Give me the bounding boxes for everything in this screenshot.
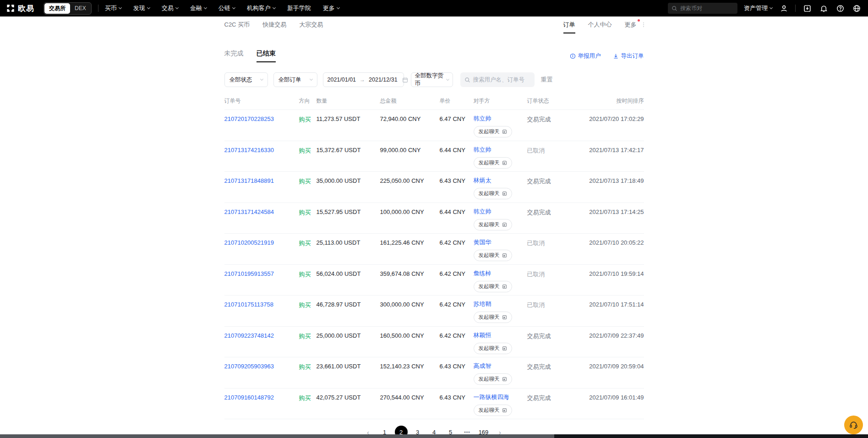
column-header-8[interactable]: 按时间排序 bbox=[586, 97, 644, 105]
order-id-link[interactable]: 210713174216330 bbox=[224, 147, 299, 153]
open-chat-icon bbox=[502, 408, 507, 413]
toggle-dex[interactable]: DEX bbox=[70, 4, 91, 13]
order-total-amount: 160,500.00 CNY bbox=[380, 332, 440, 339]
currency-filter-select[interactable]: 全部数字货币 bbox=[411, 72, 453, 87]
start-chat-button[interactable]: 发起聊天 bbox=[474, 126, 512, 137]
table-row: 210713174216330 购买 15,372.67 USDT 99,000… bbox=[224, 141, 644, 172]
scrollbar-thumb[interactable] bbox=[0, 434, 554, 438]
orders-table-body: 210720170228253 购买 11,273.57 USDT 72,940… bbox=[224, 110, 644, 419]
menu-item-2[interactable]: 发现 bbox=[133, 4, 150, 12]
counterparty-link[interactable]: 林颖恒 bbox=[474, 331, 491, 339]
menu-item-4[interactable]: 金融 bbox=[190, 4, 207, 12]
bell-icon bbox=[820, 5, 828, 12]
counterparty-link[interactable]: 黄国华 bbox=[474, 238, 491, 246]
order-type-filter-select[interactable]: 全部订单 bbox=[273, 72, 317, 87]
start-chat-button[interactable]: 发起聊天 bbox=[474, 373, 512, 385]
kebab-menu-icon[interactable] bbox=[643, 22, 644, 27]
brand-name: 欧易 bbox=[18, 3, 34, 14]
order-id-link[interactable]: 210710200521919 bbox=[224, 239, 299, 246]
start-chat-button[interactable]: 发起聊天 bbox=[474, 312, 512, 323]
subnav-item-2[interactable]: 快捷交易 bbox=[262, 21, 286, 29]
status-filter-select[interactable]: 全部状态 bbox=[224, 72, 268, 87]
start-chat-label: 发起聊天 bbox=[479, 407, 500, 414]
counterparty-link[interactable]: 林炳太 bbox=[474, 176, 491, 185]
counterparty-link[interactable]: 高成智 bbox=[474, 362, 491, 370]
toggle-exchange[interactable]: 交易所 bbox=[44, 3, 70, 14]
order-id-link[interactable]: 210710195913557 bbox=[224, 270, 299, 277]
order-time: 2021/07/09 20:59:04 bbox=[586, 363, 644, 370]
download-app-button[interactable] bbox=[802, 3, 812, 13]
counterparty-link[interactable]: 韩立帅 bbox=[474, 115, 491, 123]
order-status: 已取消 bbox=[527, 147, 586, 155]
table-row: 210720170228253 购买 11,273.57 USDT 72,940… bbox=[224, 110, 644, 141]
menu-item-1[interactable]: 买币 bbox=[105, 4, 121, 12]
pair-search-input[interactable]: 搜索币对 bbox=[668, 3, 737, 14]
menu-item-7[interactable]: 新手学院 bbox=[287, 4, 311, 12]
start-chat-button[interactable]: 发起聊天 bbox=[474, 281, 512, 292]
start-chat-button[interactable]: 发起聊天 bbox=[474, 219, 512, 230]
order-id-link[interactable]: 210709223748142 bbox=[224, 332, 299, 339]
user-profile-button[interactable] bbox=[779, 3, 789, 13]
order-status: 交易完成 bbox=[527, 177, 586, 186]
calendar-icon bbox=[402, 77, 408, 83]
help-button[interactable] bbox=[835, 3, 845, 13]
order-quantity: 56,024.00 USDT bbox=[317, 270, 380, 277]
counterparty-link[interactable]: 一路纵横四海 bbox=[474, 393, 509, 401]
language-button[interactable] bbox=[852, 3, 862, 13]
assets-menu[interactable]: 资产管理 bbox=[744, 4, 772, 12]
start-chat-button[interactable]: 发起聊天 bbox=[474, 250, 512, 261]
horizontal-scrollbar[interactable] bbox=[0, 434, 868, 438]
tab-more[interactable]: 更多 bbox=[625, 21, 637, 29]
status-filter-value: 全部状态 bbox=[229, 76, 252, 84]
tab-personal-center[interactable]: 个人中心 bbox=[588, 21, 612, 29]
order-unit-price: 6.42 CNY bbox=[440, 270, 474, 277]
reset-filters-button[interactable]: 重置 bbox=[541, 76, 553, 84]
start-chat-button[interactable]: 发起聊天 bbox=[474, 188, 512, 199]
notifications-button[interactable] bbox=[819, 3, 829, 13]
counterparty-link[interactable]: 韩立帅 bbox=[474, 208, 491, 216]
tab-orders[interactable]: 订单 bbox=[563, 21, 575, 29]
order-id-link[interactable]: 210709205903963 bbox=[224, 363, 299, 370]
menu-item-6[interactable]: 机构客户 bbox=[247, 4, 275, 12]
start-chat-button[interactable]: 发起聊天 bbox=[474, 343, 512, 354]
start-chat-label: 发起聊天 bbox=[479, 159, 500, 166]
order-id-link[interactable]: 210713171424584 bbox=[224, 208, 299, 215]
order-total-amount: 99,000.00 CNY bbox=[380, 147, 440, 153]
subnav-item-3[interactable]: 大宗交易 bbox=[299, 21, 323, 29]
export-orders-link[interactable]: 导出订单 bbox=[613, 52, 644, 60]
counterparty-cell: 韩立帅 发起聊天 bbox=[474, 146, 527, 169]
brand-home-link[interactable]: 欧易 bbox=[6, 3, 34, 14]
report-user-link[interactable]: 举报用户 bbox=[570, 52, 601, 60]
menu-item-8[interactable]: 更多 bbox=[323, 4, 339, 12]
date-range-picker[interactable]: 2021/01/01 → 2021/12/31 bbox=[323, 72, 404, 87]
order-time: 2021/07/10 17:51:14 bbox=[586, 301, 644, 308]
question-icon bbox=[836, 5, 844, 12]
start-chat-button[interactable]: 发起聊天 bbox=[474, 405, 512, 416]
subnav-item-1[interactable]: C2C 买币 bbox=[224, 21, 250, 29]
menu-item-3[interactable]: 交易 bbox=[162, 4, 178, 12]
start-chat-button[interactable]: 发起聊天 bbox=[474, 157, 512, 169]
counterparty-cell: 林颖恒 发起聊天 bbox=[474, 331, 527, 354]
counterparty-link[interactable]: 韩立帅 bbox=[474, 146, 491, 154]
orders-page: 未完成 已结束 举报用户 导出订单 全部状态 全部订单 bbox=[224, 49, 644, 438]
order-id-link[interactable]: 210710175113758 bbox=[224, 301, 299, 308]
table-row: 210713171424584 购买 15,527.95 USDT 100,00… bbox=[224, 203, 644, 234]
menu-item-5[interactable]: 公链 bbox=[218, 4, 235, 12]
table-row: 210710195913557 购买 56,024.00 USDT 359,67… bbox=[224, 265, 644, 296]
chevron-down-icon bbox=[119, 6, 122, 9]
order-id-link[interactable]: 210720170228253 bbox=[224, 115, 299, 122]
chevron-down-icon bbox=[273, 6, 276, 9]
order-status: 已取消 bbox=[527, 301, 586, 309]
top-navbar: 欧易 交易所 DEX 买币发现交易金融公链机构客户新手学院更多 搜索币对 资产管… bbox=[0, 0, 868, 16]
tab-unfinished[interactable]: 未完成 bbox=[224, 49, 244, 62]
counterparty-link[interactable]: 詹练棹 bbox=[474, 269, 491, 278]
order-id-link[interactable]: 210709160148792 bbox=[224, 394, 299, 401]
customer-support-button[interactable] bbox=[844, 416, 863, 434]
counterparty-link[interactable]: 苏培鞘 bbox=[474, 300, 491, 308]
open-chat-icon bbox=[502, 284, 507, 289]
order-id-link[interactable]: 210713171848891 bbox=[224, 177, 299, 184]
table-row: 210709223748142 购买 25,000.00 USDT 160,50… bbox=[224, 327, 644, 358]
tab-finished[interactable]: 已结束 bbox=[257, 49, 276, 62]
order-search-input[interactable]: 搜索用户名、订单号 bbox=[460, 72, 535, 87]
start-chat-label: 发起聊天 bbox=[479, 376, 500, 383]
